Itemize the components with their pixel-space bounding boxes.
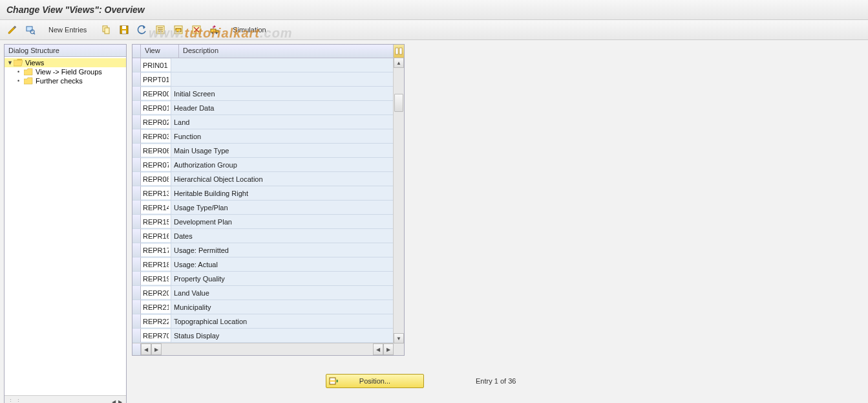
row-selector[interactable] (132, 101, 141, 114)
view-input[interactable] (141, 173, 171, 185)
scroll-up-icon[interactable]: ▲ (394, 58, 404, 68)
position-icon (329, 376, 338, 386)
simulation-button[interactable]: Simulation (228, 23, 270, 37)
view-input[interactable] (141, 215, 171, 228)
view-input[interactable] (141, 287, 171, 299)
view-input[interactable] (141, 315, 171, 327)
page-title: Change View "Views": Overview (6, 5, 145, 15)
expand-arrow-icon[interactable]: ▼ (7, 60, 14, 66)
cell-view (141, 101, 171, 114)
view-input[interactable] (141, 201, 171, 213)
cell-view (141, 272, 171, 285)
new-entries-button[interactable]: New Entries (44, 23, 91, 37)
svg-rect-21 (396, 48, 398, 54)
view-input[interactable] (141, 272, 171, 285)
svg-rect-24 (330, 380, 335, 382)
save-icon[interactable] (116, 23, 132, 37)
find-icon[interactable] (22, 23, 39, 37)
cell-view (141, 115, 171, 129)
row-selector[interactable] (132, 314, 141, 328)
svg-line-2 (34, 33, 35, 34)
deselect-all-icon[interactable] (188, 23, 205, 37)
row-selector[interactable] (132, 257, 141, 271)
svg-rect-13 (176, 28, 181, 32)
row-selector[interactable] (132, 286, 141, 300)
table-row (132, 58, 404, 72)
row-selector[interactable] (132, 201, 141, 214)
row-selector[interactable] (132, 58, 141, 72)
column-header-description[interactable]: Description (179, 45, 394, 58)
view-input[interactable] (141, 158, 171, 171)
row-selector[interactable] (132, 229, 141, 243)
row-selector[interactable] (132, 87, 141, 100)
cell-description: Development Plan (171, 215, 404, 228)
cell-description: Dates (171, 229, 404, 243)
undo-icon[interactable] (134, 23, 151, 37)
scroll-left-icon[interactable]: ◀ (141, 343, 151, 355)
view-input[interactable] (141, 102, 171, 114)
view-input[interactable] (141, 301, 171, 313)
row-selector[interactable] (132, 129, 141, 143)
position-label: Position... (359, 377, 390, 385)
view-input[interactable] (141, 244, 171, 256)
table-row (132, 72, 404, 87)
cell-description: Initial Screen (171, 87, 404, 100)
view-input[interactable] (141, 116, 171, 128)
view-input[interactable] (141, 59, 171, 71)
row-selector[interactable] (132, 186, 141, 200)
row-selector[interactable] (132, 215, 141, 228)
tree-node-views[interactable]: ▼ Views (5, 58, 126, 67)
row-selector[interactable] (132, 300, 141, 314)
row-selector[interactable] (132, 172, 141, 186)
tree-scrollbar: ⋮⋮ ◀ ▶ (5, 395, 126, 403)
scroll-right-icon[interactable]: ▶ (151, 343, 162, 355)
change-icon[interactable] (4, 23, 21, 37)
corner (132, 343, 141, 355)
view-input[interactable] (141, 187, 171, 199)
scroll-right-end-icon[interactable]: ▶ (383, 343, 394, 355)
row-selector[interactable] (132, 272, 141, 285)
cell-view (141, 186, 171, 200)
transport-icon[interactable] (206, 23, 223, 37)
table-row: Topographical Location (132, 314, 404, 329)
configure-columns-icon[interactable] (394, 45, 404, 58)
tree-node-further-checks[interactable]: • Further checks (5, 76, 126, 85)
scroll-left-end-icon[interactable]: ◀ (373, 343, 383, 355)
row-selector[interactable] (132, 144, 141, 157)
cell-view (141, 172, 171, 186)
cell-description (171, 72, 404, 86)
scroll-down-icon[interactable]: ▼ (394, 333, 404, 343)
row-selector[interactable] (132, 158, 141, 171)
view-input[interactable] (141, 144, 171, 157)
view-input[interactable] (141, 329, 171, 342)
resize-grip-icon[interactable]: ⋮⋮ (7, 398, 23, 404)
vertical-scrollbar[interactable]: ▲ ▼ (393, 58, 404, 343)
select-block-icon[interactable] (170, 23, 187, 37)
scroll-track[interactable] (394, 68, 404, 333)
cell-view (141, 72, 171, 86)
view-input[interactable] (141, 230, 171, 242)
scroll-left-icon[interactable]: ◀ (111, 399, 117, 404)
tree-node-field-groups[interactable]: • View -> Field Groups (5, 67, 126, 76)
cell-view (141, 286, 171, 300)
view-input[interactable] (141, 258, 171, 270)
table-row: Heritable Building Right (132, 186, 404, 201)
view-input[interactable] (141, 87, 171, 100)
column-header-view[interactable]: View (141, 45, 179, 58)
row-selector[interactable] (132, 243, 141, 257)
scroll-thumb[interactable] (394, 94, 403, 112)
position-button[interactable]: Position... (326, 374, 424, 388)
select-all-icon[interactable] (152, 23, 169, 37)
row-selector[interactable] (132, 115, 141, 129)
scroll-right-icon[interactable]: ▶ (117, 399, 123, 404)
row-selector[interactable] (132, 72, 141, 86)
cell-description: Property Quality (171, 272, 404, 285)
copy-icon[interactable] (98, 23, 114, 37)
scroll-track[interactable] (162, 343, 373, 355)
select-all-column[interactable] (132, 45, 141, 58)
view-input[interactable] (141, 73, 171, 85)
view-input[interactable] (141, 130, 171, 142)
tree-body: ▼ Views • View -> Field Groups • Further… (5, 57, 126, 395)
table-container: View Description Initial ScreenHeader Da… (132, 44, 405, 356)
row-selector[interactable] (132, 329, 141, 342)
